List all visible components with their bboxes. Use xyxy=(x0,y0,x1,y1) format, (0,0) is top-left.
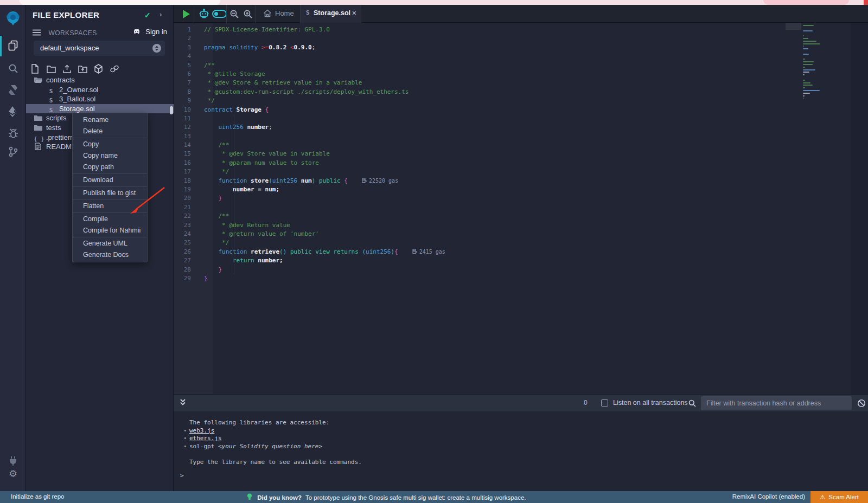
menu-item-generate-docs[interactable]: Generate Docs xyxy=(73,249,147,261)
code-line[interactable]: 9 */ xyxy=(174,96,445,105)
minimap[interactable] xyxy=(802,23,851,394)
run-script-button[interactable] xyxy=(183,10,190,18)
terminal-output[interactable]: The following libraries are accessible:•… xyxy=(174,411,868,491)
zoom-out-icon[interactable] xyxy=(229,9,239,21)
deploy-and-run-icon[interactable] xyxy=(0,104,26,120)
code-line[interactable]: 25 */ xyxy=(174,238,445,247)
zoom-in-icon[interactable] xyxy=(243,9,253,21)
link-icon[interactable] xyxy=(109,63,119,74)
menu-item-compile-for-nahmii[interactable]: Compile for Nahmii xyxy=(73,225,147,236)
upload-folder-icon[interactable] xyxy=(78,63,87,74)
code-text xyxy=(202,133,204,140)
line-number: 23 xyxy=(174,221,202,230)
code-text: * @return value of 'number' xyxy=(202,230,319,237)
code-line[interactable]: 19 number = num; xyxy=(174,185,445,194)
minimap-line xyxy=(803,48,808,49)
code-line[interactable]: 14 /** xyxy=(174,141,445,150)
tab-storage-sol[interactable]: S Storage.sol × xyxy=(301,5,361,23)
solidity-compiler-icon[interactable] xyxy=(0,82,26,98)
code-line[interactable]: 27 return number; xyxy=(174,256,445,265)
code-line[interactable]: 12 uint256 number; xyxy=(174,123,445,132)
code-line[interactable]: 3pragma solidity >=0.8.2 <0.9.0; xyxy=(174,43,445,52)
menu-item-copy-path[interactable]: Copy path xyxy=(73,162,147,173)
menu-item-flatten[interactable]: Flatten xyxy=(73,201,147,212)
line-number: 28 xyxy=(174,266,202,274)
debugger-icon[interactable] xyxy=(0,125,26,141)
sign-in-button[interactable]: Sign in xyxy=(132,28,167,36)
code-line[interactable]: 28 } xyxy=(174,266,445,274)
code-line[interactable]: 5/** xyxy=(174,61,445,70)
code-line[interactable]: 29} xyxy=(174,274,445,283)
minimap-line xyxy=(803,74,805,75)
terminal-prompt[interactable]: > xyxy=(180,472,184,479)
code-line[interactable]: 20 } xyxy=(174,194,445,203)
tree-item-3-ballot-sol[interactable]: S3_Ballot.sol xyxy=(26,94,174,104)
tree-item-2-owner-sol[interactable]: S2_Owner.sol xyxy=(26,85,174,95)
tree-item-storage-sol[interactable]: SStorage.sol xyxy=(26,104,174,114)
code-line[interactable]: 8 * @custom:dev-run-script ./scripts/dep… xyxy=(174,88,445,96)
menu-item-rename[interactable]: Rename xyxy=(73,114,147,126)
menu-item-delete[interactable]: Delete xyxy=(73,126,147,137)
minimap-line xyxy=(803,98,803,99)
ai-copilot-robot-icon[interactable] xyxy=(199,9,209,21)
code-line[interactable]: 4 xyxy=(174,52,445,61)
menu-item-generate-uml[interactable]: Generate UML xyxy=(73,238,147,249)
tab-home[interactable]: Home xyxy=(257,5,300,23)
workspace-select[interactable]: default_workspace xyxy=(34,41,165,56)
code-line[interactable]: 10contract Storage { xyxy=(174,106,445,114)
code-editor[interactable]: 1// SPDX-License-Identifier: GPL-3.023pr… xyxy=(174,23,868,394)
line-number: 24 xyxy=(174,230,202,238)
code-line[interactable]: 24 * @return value of 'number' xyxy=(174,230,445,238)
minimap-line xyxy=(803,41,816,42)
code-line[interactable]: 22 /** xyxy=(174,212,445,221)
remix-logo-icon[interactable] xyxy=(0,7,26,30)
code-line[interactable]: 13 xyxy=(174,132,445,141)
code-line[interactable]: 23 * @dev Return value xyxy=(174,221,445,230)
scam-alert-button[interactable]: ⚠Scam Alert xyxy=(810,491,868,503)
box-icon[interactable] xyxy=(93,63,103,74)
code-line[interactable]: 21 xyxy=(174,203,445,212)
listen-all-transactions-checkbox[interactable] xyxy=(601,399,608,407)
line-number: 3 xyxy=(174,43,202,52)
tab-label: Home xyxy=(275,9,294,17)
menu-item-publish-file-to-gist[interactable]: Publish file to gist xyxy=(73,188,147,199)
terminal-link-web3-js[interactable]: web3.js xyxy=(189,427,214,434)
terminal-link-ethers-js[interactable]: ethers.js xyxy=(189,435,222,442)
menu-divider xyxy=(73,212,147,213)
tree-scrollbar-thumb[interactable] xyxy=(170,106,173,114)
git-init-button[interactable]: Initialize as git repo xyxy=(11,493,64,500)
code-line[interactable]: 6 * @title Storage xyxy=(174,70,445,79)
code-line[interactable]: 26 function retrieve() public view retur… xyxy=(174,248,445,256)
code-line[interactable]: 7 * @dev Store & retrieve value in a var… xyxy=(174,79,445,87)
clear-console-ban-icon[interactable] xyxy=(857,399,866,410)
search-icon[interactable] xyxy=(0,60,26,76)
settings-icon[interactable]: ⚙ xyxy=(0,466,26,482)
workspaces-menu-icon[interactable] xyxy=(33,28,41,38)
menu-item-compile[interactable]: Compile xyxy=(73,214,147,225)
git-icon[interactable] xyxy=(0,144,26,160)
code-line[interactable]: 1// SPDX-License-Identifier: GPL-3.0 xyxy=(174,25,445,34)
code-line[interactable]: 11 xyxy=(174,114,445,123)
code-line[interactable]: 18 function store(uint256 num) public {2… xyxy=(174,177,445,185)
copilot-status[interactable]: RemixAI Copilot (enabled) xyxy=(732,493,805,500)
close-tab-icon[interactable]: × xyxy=(352,9,356,17)
collapse-panel-chevron-icon[interactable]: › xyxy=(159,10,162,18)
warning-icon: ⚠ xyxy=(820,494,825,500)
transaction-filter-input[interactable] xyxy=(701,396,852,410)
file-explorer-icon[interactable] xyxy=(0,37,26,54)
new-folder-icon[interactable] xyxy=(46,63,56,74)
workspace-switch-icon xyxy=(152,44,161,53)
new-file-icon[interactable] xyxy=(30,63,40,74)
code-line[interactable]: 2 xyxy=(174,34,445,43)
menu-item-copy[interactable]: Copy xyxy=(73,139,147,150)
code-line[interactable]: 16 * @param num value to store xyxy=(174,159,445,167)
collapse-terminal-icon[interactable] xyxy=(179,398,187,409)
upload-files-icon[interactable] xyxy=(62,63,72,74)
code-line[interactable]: 15 * @dev Store value in variable xyxy=(174,150,445,158)
menu-item-copy-name[interactable]: Copy name xyxy=(73,150,147,162)
code-line[interactable]: 17 */ xyxy=(174,167,445,176)
editor-scrollbar-thumb[interactable] xyxy=(786,23,801,30)
tree-item-contracts[interactable]: contracts xyxy=(26,75,174,85)
copilot-toggle[interactable] xyxy=(212,10,227,18)
menu-item-download[interactable]: Download xyxy=(73,175,147,186)
